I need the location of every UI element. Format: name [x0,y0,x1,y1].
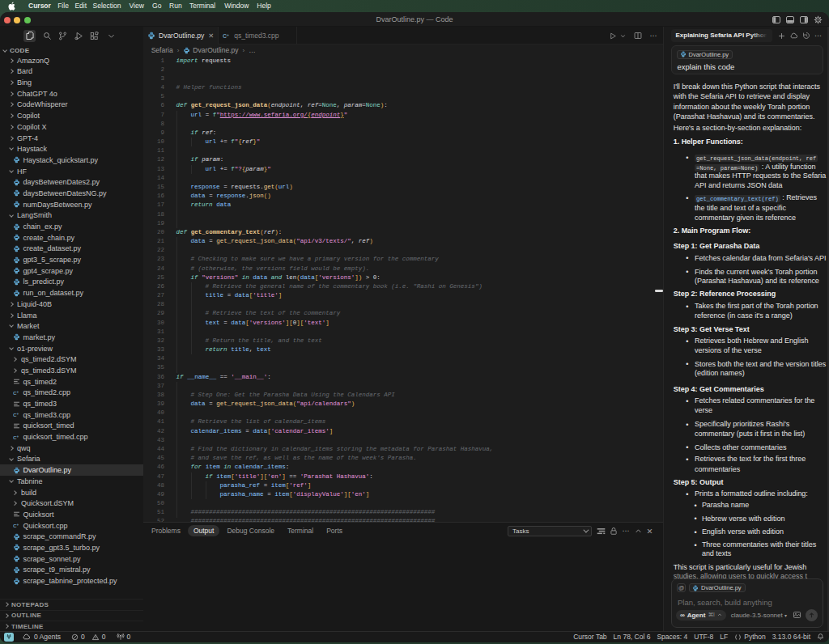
svg-text:+: + [16,412,19,416]
svg-text:+: + [227,32,229,37]
svg-text:+: + [16,434,19,439]
svg-text:+: + [16,390,19,394]
svg-text:C: C [223,33,227,39]
svg-text:+: + [16,523,19,527]
